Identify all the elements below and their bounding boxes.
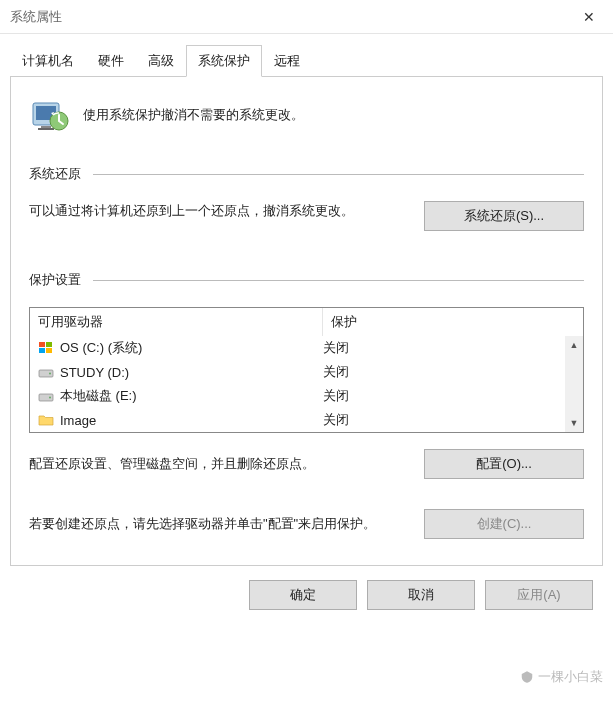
drive-row[interactable]: OS (C:) (系统) 关闭 [30,336,565,360]
ok-button[interactable]: 确定 [249,580,357,610]
tab-computer-name[interactable]: 计算机名 [10,45,86,77]
drive-status: 关闭 [323,363,557,381]
svg-rect-2 [41,126,51,128]
drive-table-header: 可用驱动器 保护 [30,308,583,336]
svg-rect-6 [39,342,45,347]
intro-row: 使用系统保护撤消不需要的系统更改。 [29,95,584,135]
watermark: 一棵小白菜 [520,668,603,686]
cancel-button[interactable]: 取消 [367,580,475,610]
create-row: 若要创建还原点，请先选择驱动器并单击"配置"来启用保护。 创建(C)... [29,509,584,539]
create-text: 若要创建还原点，请先选择驱动器并单击"配置"来启用保护。 [29,514,408,535]
config-row: 配置还原设置、管理磁盘空间，并且删除还原点。 配置(O)... [29,449,584,479]
drive-row[interactable]: Image 关闭 [30,408,565,432]
tab-advanced[interactable]: 高级 [136,45,186,77]
drive-status: 关闭 [323,339,557,357]
svg-rect-9 [46,348,52,353]
drive-status: 关闭 [323,411,557,429]
configure-button[interactable]: 配置(O)... [424,449,584,479]
drive-label: OS (C:) (系统) [60,339,142,357]
drive-row[interactable]: 本地磁盘 (E:) 关闭 [30,384,565,408]
tab-remote[interactable]: 远程 [262,45,312,77]
restore-section-title: 系统还原 [29,165,584,183]
scroll-thumb[interactable] [565,354,583,414]
restore-text: 可以通过将计算机还原到上一个还原点，撤消系统更改。 [29,201,404,222]
restore-row: 可以通过将计算机还原到上一个还原点，撤消系统更改。 系统还原(S)... [29,201,584,231]
svg-point-13 [49,397,51,399]
drive-table: 可用驱动器 保护 OS (C:) (系统) 关闭 [29,307,584,433]
svg-point-11 [49,373,51,375]
tab-bar: 计算机名 硬件 高级 系统保护 远程 [10,44,603,77]
scrollbar[interactable]: ▲ ▼ [565,336,583,432]
windows-drive-icon [38,340,54,356]
window-title: 系统属性 [10,8,62,26]
svg-rect-7 [46,342,52,347]
drive-list: OS (C:) (系统) 关闭 STUDY (D:) 关闭 [30,336,565,432]
drive-status: 关闭 [323,387,557,405]
disk-drive-icon [38,388,54,404]
drive-header-status[interactable]: 保护 [323,308,583,336]
intro-text: 使用系统保护撤消不需要的系统更改。 [83,106,304,124]
scroll-down-icon[interactable]: ▼ [565,414,583,432]
titlebar: 系统属性 ✕ [0,0,613,34]
drive-label: STUDY (D:) [60,365,129,380]
folder-icon [38,412,54,428]
disk-drive-icon [38,364,54,380]
drive-row[interactable]: STUDY (D:) 关闭 [30,360,565,384]
drive-label: Image [60,413,96,428]
bottom-bar: 确定 取消 应用(A) [10,566,603,624]
create-button: 创建(C)... [424,509,584,539]
protection-section-title: 保护设置 [29,271,584,289]
tab-pane: 使用系统保护撤消不需要的系统更改。 系统还原 可以通过将计算机还原到上一个还原点… [10,77,603,566]
close-button[interactable]: ✕ [565,0,613,34]
tab-system-protection[interactable]: 系统保护 [186,45,262,77]
config-text: 配置还原设置、管理磁盘空间，并且删除还原点。 [29,455,408,473]
drive-label: 本地磁盘 (E:) [60,387,137,405]
apply-button: 应用(A) [485,580,593,610]
tab-hardware[interactable]: 硬件 [86,45,136,77]
scroll-up-icon[interactable]: ▲ [565,336,583,354]
system-protection-icon [29,95,69,135]
svg-rect-3 [38,128,54,130]
svg-rect-8 [39,348,45,353]
drive-header-name[interactable]: 可用驱动器 [30,308,323,336]
system-restore-button[interactable]: 系统还原(S)... [424,201,584,231]
